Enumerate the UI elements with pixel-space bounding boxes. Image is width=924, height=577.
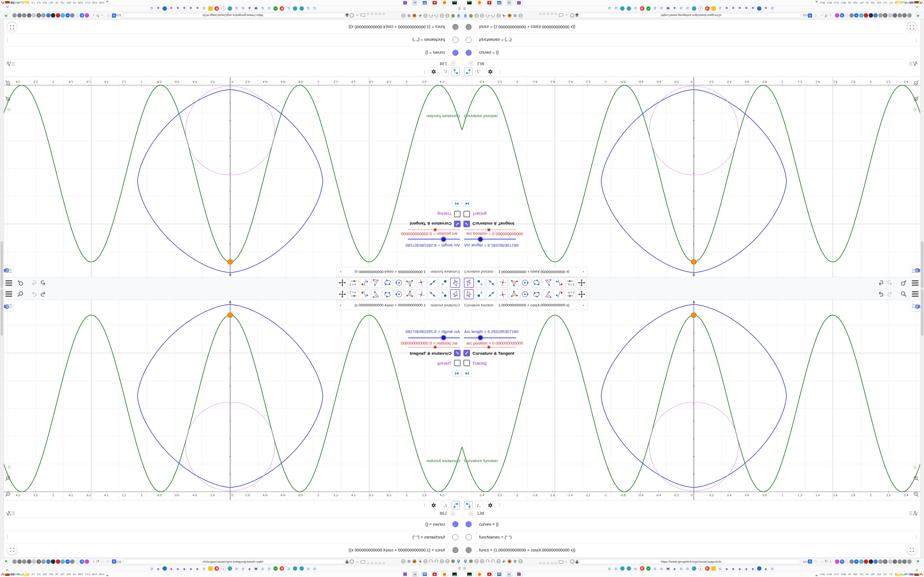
tab-favicon-ggb[interactable]: ◆ xyxy=(189,566,193,571)
back-arrow-icon[interactable]: ← xyxy=(565,13,569,18)
tab-favicon-teal[interactable] xyxy=(692,6,696,11)
search-button[interactable] xyxy=(17,291,24,299)
taskbar-app-recorder[interactable] xyxy=(466,572,473,577)
tab-favicon-ggb[interactable]: ◆ xyxy=(176,566,180,571)
tab-favicon-g[interactable]: G xyxy=(260,566,265,571)
list-collapse-button[interactable]: − xyxy=(468,61,473,66)
globe-icon[interactable] xyxy=(519,13,523,18)
visibility-toggle-funcs[interactable] xyxy=(465,24,472,30)
tab-favicon-g[interactable]: G xyxy=(653,566,657,571)
tab-favicon-ggb[interactable]: ◆ xyxy=(195,6,199,11)
bookmark-star-icon[interactable]: ☆ xyxy=(107,14,110,18)
olive-icon[interactable] xyxy=(451,13,455,18)
tab-favicon-wiki[interactable]: W xyxy=(666,566,670,571)
algebra-row-funcs[interactable]: funcs = {1.000000000000 + cos(4.00000000… xyxy=(0,19,462,34)
curvature-tangent-checkbox[interactable]: ✓ xyxy=(464,221,470,227)
extension-icon-8[interactable] xyxy=(873,559,878,564)
wrench-icon[interactable] xyxy=(417,13,422,18)
tab-favicon-ggb[interactable]: ◆ xyxy=(751,566,755,571)
pin-icon[interactable] xyxy=(464,559,468,564)
tool-polygon-button[interactable] xyxy=(405,278,415,288)
stylebar-more-button[interactable]: ⋮ xyxy=(498,70,502,74)
tab-favicon-g[interactable]: G xyxy=(150,6,154,11)
fullscreen-button[interactable] xyxy=(7,545,17,555)
tab-favicon-g[interactable]: G xyxy=(718,566,722,571)
visibility-toggle-funcnames[interactable] xyxy=(465,37,472,43)
tool-angle-button[interactable]: α xyxy=(371,289,381,299)
extension-icon-4[interactable]: + xyxy=(854,13,859,18)
extension-icon-10[interactable]: U xyxy=(37,13,41,18)
arc-right-icon[interactable] xyxy=(491,559,496,564)
arc-length-slider[interactable] xyxy=(408,239,460,240)
globe-icon[interactable] xyxy=(439,559,444,564)
extension-icon-0[interactable] xyxy=(835,13,839,18)
tab-favicon-ggb[interactable]: ◆ xyxy=(247,566,252,571)
settings-button[interactable] xyxy=(430,501,438,509)
tab-favicon-ggb[interactable]: ◆ xyxy=(156,566,160,571)
gear-icon[interactable] xyxy=(513,13,517,18)
extension-icon-1[interactable]: A xyxy=(80,559,84,564)
tab-favicon-ggb[interactable]: ◆ xyxy=(738,6,742,11)
trace-point[interactable] xyxy=(691,259,696,264)
tab-favicon-g[interactable]: G xyxy=(659,566,664,571)
tracing-checkbox[interactable] xyxy=(454,359,460,366)
arc-length-slider-thumb[interactable] xyxy=(441,237,446,242)
scrollbar-thumb[interactable] xyxy=(0,241,3,288)
function-selector-card[interactable]: Curvature function 1.000000000000 + cos(… xyxy=(462,267,588,277)
extension-icon-7[interactable] xyxy=(51,13,55,18)
tab-favicon-blue[interactable] xyxy=(757,566,761,571)
graphics-view[interactable]: -2.4-2.2-2-1.8-1.6-1.4-1.2-1-0.8-0.6-0.4… xyxy=(462,77,924,277)
stats-expand-chevron[interactable] xyxy=(107,0,108,5)
search-button[interactable] xyxy=(17,278,24,286)
tab-favicon-ggb[interactable]: ◆ xyxy=(189,6,193,11)
tab-favicon-ggb[interactable]: ◆ xyxy=(169,6,173,11)
tray-menu[interactable]: ⋮ xyxy=(915,559,918,564)
tab-favicon-g[interactable]: G xyxy=(306,6,310,11)
download-icon[interactable]: ↓ xyxy=(93,559,95,563)
tab-favicon-g[interactable]: G xyxy=(718,6,722,11)
extension-icon-10[interactable]: U xyxy=(37,559,41,564)
search-button[interactable] xyxy=(900,291,907,299)
translate-icon[interactable]: A xyxy=(112,559,116,564)
globe-icon[interactable] xyxy=(439,13,444,18)
tab-favicon-ya[interactable]: R xyxy=(640,566,645,571)
bookmark-star-icon[interactable]: ☆ xyxy=(107,559,110,563)
menu-button[interactable] xyxy=(5,291,12,297)
algebra-row-funcs[interactable]: funcs = {1.000000000000 + cos(4.00000000… xyxy=(0,543,462,558)
algebra-row-funcs[interactable]: funcs = {1.000000000000 + cos(4.00000000… xyxy=(462,543,924,558)
arc-position-slider-thumb[interactable] xyxy=(434,346,436,348)
tab-favicon-ggb[interactable]: ◆ xyxy=(738,566,742,571)
tool-ellipse-button[interactable] xyxy=(383,289,393,299)
tab-favicon-ggb[interactable]: ◆ xyxy=(195,566,199,571)
folder-icon[interactable] xyxy=(360,560,365,564)
extension-icon-13[interactable] xyxy=(22,559,27,564)
play-step-button[interactable] xyxy=(462,370,472,377)
bookmark-star-icon[interactable]: ☆ xyxy=(814,14,817,18)
reload-icon[interactable]: ↻ xyxy=(96,14,99,18)
tab-favicon-teal[interactable] xyxy=(299,566,304,571)
tab-favicon-g[interactable]: G xyxy=(614,566,618,571)
tray-menu[interactable]: ⋮ xyxy=(6,13,9,18)
home-button[interactable]: ⌂ xyxy=(8,464,11,470)
algebra-row-funcnames[interactable]: funcNames = {'' ''} ⋮ xyxy=(462,34,924,47)
tool-point-button[interactable]: A xyxy=(475,289,485,299)
tab-favicon-wave[interactable]: ~ xyxy=(646,566,651,571)
extension-icon-0[interactable] xyxy=(85,13,89,18)
extension-icon-9[interactable] xyxy=(42,13,46,18)
extension-icon-13[interactable] xyxy=(898,559,902,564)
taskbar-app-redgear[interactable] xyxy=(486,572,493,577)
arc-position-slider-thumb[interactable] xyxy=(488,346,490,348)
tab-favicon-g[interactable]: G xyxy=(260,6,265,11)
tab-favicon-blue[interactable] xyxy=(163,6,167,11)
tab-favicon-ggb[interactable]: ◆ xyxy=(731,566,735,571)
search-button[interactable] xyxy=(900,278,907,286)
stats-expand-chevron[interactable] xyxy=(816,572,817,577)
tab-favicon-teal[interactable] xyxy=(228,6,232,11)
tool-angle-button[interactable]: α xyxy=(543,278,553,288)
extension-icon-13[interactable] xyxy=(22,13,27,18)
taskbar-app-redgear[interactable] xyxy=(431,572,438,577)
play-step-button[interactable] xyxy=(452,200,462,207)
page-zoom-badge[interactable]: 81% xyxy=(115,560,121,564)
taskbar-app-monitor[interactable] xyxy=(421,0,428,5)
tab-favicon-ggb[interactable]: ◆ xyxy=(247,6,252,11)
